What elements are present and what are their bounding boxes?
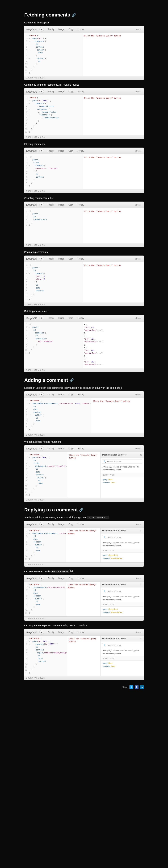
query-editor[interactable]: 1▾{2▾ posts {3 id4▾ comments(5 limit: 3,…: [24, 262, 82, 302]
search-input[interactable]: [107, 590, 141, 592]
history-button[interactable]: History: [76, 257, 86, 261]
query-variables-bar[interactable]: QUERY VARIABLES: [24, 76, 144, 80]
history-button[interactable]: History: [76, 316, 86, 320]
execute-button[interactable]: [39, 203, 44, 207]
merge-button[interactable]: Merge: [57, 149, 66, 153]
query-variables-bar[interactable]: QUERY VARIABLES: [24, 189, 144, 193]
prettify-button[interactable]: Prettify: [46, 630, 56, 634]
query-variables-bar[interactable]: QUERY VARIABLES: [24, 135, 144, 139]
close-icon[interactable]: ✕: [140, 454, 142, 456]
merge-button[interactable]: Merge: [57, 90, 66, 93]
docs-toggle[interactable]: Docs: [133, 203, 142, 207]
query-variables-bar[interactable]: QUERY VARIABLES: [24, 302, 144, 306]
query-variables-bar[interactable]: QUERY VARIABLES: [24, 562, 144, 567]
history-button[interactable]: History: [76, 447, 86, 451]
merge-button[interactable]: Merge: [57, 630, 66, 634]
execute-button[interactable]: [39, 576, 44, 581]
docs-toggle[interactable]: Docs: [133, 576, 142, 580]
prettify-button[interactable]: Prettify: [46, 257, 56, 261]
execute-button[interactable]: [39, 149, 44, 153]
prettify-button[interactable]: Prettify: [46, 576, 56, 580]
execute-button[interactable]: [39, 522, 44, 527]
facebook-icon[interactable]: f: [135, 685, 138, 689]
history-button[interactable]: History: [76, 203, 86, 207]
linkedin-icon[interactable]: in: [140, 685, 144, 689]
docs-toggle[interactable]: Docs: [133, 630, 142, 634]
query-variables-bar[interactable]: QUERY VARIABLES: [24, 243, 144, 247]
close-icon[interactable]: ✕: [140, 583, 142, 586]
query-type-row[interactable]: query: QueryRoot: [100, 608, 144, 611]
query-editor[interactable]: 1▾mutation {2▾ addCommentToCustomPost(cu…: [24, 398, 91, 433]
query-editor[interactable]: 1▾query {2▾ post(id:1) {3▾ comments {4 i…: [24, 33, 82, 76]
search-input[interactable]: [107, 461, 141, 463]
mutation-type-row[interactable]: mutation: MutationRoot: [100, 557, 144, 560]
merge-button[interactable]: Merge: [57, 522, 66, 526]
copy-button[interactable]: Copy: [67, 27, 75, 31]
close-icon[interactable]: ✕: [140, 637, 142, 640]
execute-button[interactable]: [39, 89, 44, 94]
execute-button[interactable]: [39, 256, 44, 261]
schema-search[interactable]: 🔍: [102, 535, 142, 539]
prettify-button[interactable]: Prettify: [46, 393, 56, 397]
merge-button[interactable]: Merge: [57, 316, 66, 320]
merge-button[interactable]: Merge: [57, 447, 66, 451]
schema-search[interactable]: 🔍: [102, 643, 142, 647]
mutation-type-row[interactable]: mutation: MutationRoot: [100, 611, 144, 614]
merge-button[interactable]: Merge: [57, 203, 66, 207]
copy-button[interactable]: Copy: [67, 203, 75, 207]
history-button[interactable]: History: [76, 522, 86, 526]
prettify-button[interactable]: Prettify: [46, 316, 56, 320]
query-variables-bar[interactable]: QUERY VARIABLES: [24, 498, 144, 502]
merge-button[interactable]: Merge: [57, 393, 66, 397]
execute-button[interactable]: [39, 316, 44, 320]
execute-button[interactable]: [39, 27, 44, 32]
copy-button[interactable]: Copy: [67, 522, 75, 526]
copy-button[interactable]: Copy: [67, 257, 75, 261]
docs-toggle[interactable]: Docs: [133, 316, 142, 320]
query-type-row[interactable]: query: Root: [100, 661, 144, 665]
query-editor[interactable]: 1▾{2▾ posts {3 title4▾ comments(5 search…: [24, 154, 82, 189]
anchor-icon[interactable]: 🔗: [71, 13, 76, 17]
prettify-button[interactable]: Prettify: [46, 522, 56, 526]
history-button[interactable]: History: [76, 630, 86, 634]
search-input[interactable]: [107, 536, 141, 538]
execute-button[interactable]: [39, 446, 44, 451]
copy-button[interactable]: Copy: [67, 630, 75, 634]
history-button[interactable]: History: [76, 393, 86, 397]
docs-toggle[interactable]: Docs: [133, 446, 142, 451]
docs-toggle[interactable]: Docs: [133, 522, 142, 526]
copy-button[interactable]: Copy: [67, 316, 75, 320]
search-input[interactable]: [107, 644, 141, 646]
copy-button[interactable]: Copy: [67, 576, 75, 580]
docs-toggle[interactable]: Docs: [133, 257, 142, 261]
prettify-button[interactable]: Prettify: [46, 27, 56, 31]
docs-toggle[interactable]: Docs: [133, 149, 142, 153]
merge-button[interactable]: Merge: [57, 257, 66, 261]
copy-button[interactable]: Copy: [67, 447, 75, 451]
query-variables-bar[interactable]: QUERY VARIABLES: [24, 433, 144, 437]
query-editor[interactable]: 1▾mutation {2▾ post(id:1459) {3 id4 titl…: [24, 452, 67, 498]
history-button[interactable]: History: [76, 27, 86, 31]
execute-button[interactable]: [39, 630, 44, 634]
mutation-type-row[interactable]: mutation: Root: [100, 665, 144, 668]
copy-button[interactable]: Copy: [67, 393, 75, 397]
copy-button[interactable]: Copy: [67, 149, 75, 153]
copy-button[interactable]: Copy: [67, 90, 75, 93]
history-button[interactable]: History: [76, 90, 86, 93]
docs-toggle[interactable]: Docs: [133, 393, 142, 397]
query-variables-bar[interactable]: QUERY VARIABLES: [24, 676, 144, 680]
history-button[interactable]: History: [76, 576, 86, 580]
query-editor[interactable]: 1▾mutation {2▾ replyComment(parentCommen…: [24, 582, 66, 616]
prettify-button[interactable]: Prettify: [46, 90, 56, 93]
login-link[interactable]: log yourself in: [64, 386, 79, 389]
prettify-button[interactable]: Prettify: [46, 447, 56, 451]
merge-button[interactable]: Merge: [57, 576, 66, 580]
execute-button[interactable]: [39, 392, 44, 397]
query-editor[interactable]: 1▾mutation {2▾ addCommentToCustomPost(cu…: [24, 528, 66, 562]
query-variables-bar[interactable]: QUERY VARIABLES: [24, 616, 144, 621]
docs-toggle[interactable]: Docs: [133, 89, 142, 94]
docs-toggle[interactable]: Docs: [133, 27, 142, 31]
twitter-icon[interactable]: t: [130, 685, 133, 689]
query-editor[interactable]: 1▾query {2▾ post(id: 1153) {3▾ comments …: [24, 95, 82, 135]
prettify-button[interactable]: Prettify: [46, 203, 56, 207]
